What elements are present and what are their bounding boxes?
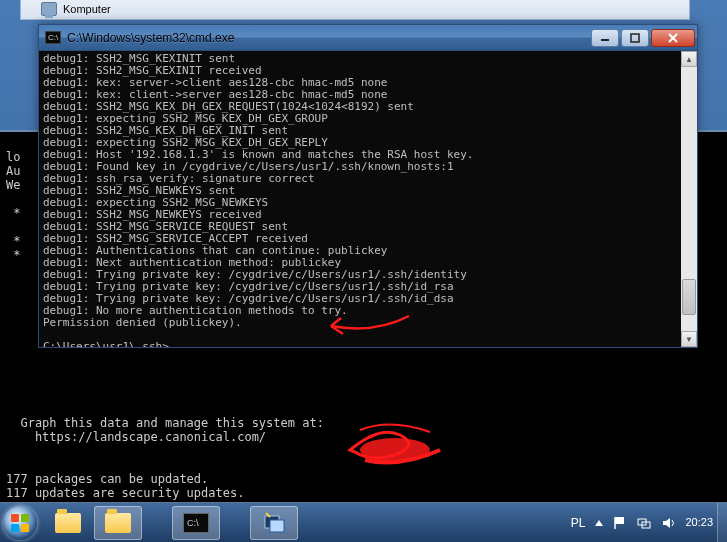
bg-term-partial-7: *: [6, 248, 20, 262]
bg-term-pkg2: 117 updates are security updates.: [6, 486, 244, 500]
cmd-body[interactable]: debug1: SSH2_MSG_KEXINIT sent debug1: SS…: [39, 51, 697, 347]
bg-term-partial-0: lo: [6, 150, 20, 164]
svg-point-0: [360, 438, 430, 462]
bg-term-partial-1: Au: [6, 164, 20, 178]
putty-icon: [262, 511, 286, 535]
cmd-prompt: C:\Users\usr1\.ssh>: [43, 340, 169, 347]
taskbar-item-putty[interactable]: [250, 506, 298, 540]
cmd-icon: C:\: [45, 31, 61, 44]
taskbar-item-explorer-running[interactable]: [94, 506, 142, 540]
network-icon[interactable]: [637, 516, 651, 530]
scroll-up-button[interactable]: ▲: [681, 51, 697, 67]
bg-term-partial-4: *: [6, 206, 20, 220]
clock[interactable]: 20:23: [685, 516, 713, 529]
bg-term-partial-6: *: [6, 234, 20, 248]
background-explorer-window: Komputer: [20, 0, 690, 20]
bg-term-motd2: https://landscape.canonical.com/: [6, 430, 266, 444]
action-center-flag-icon[interactable]: [613, 516, 627, 530]
scroll-down-button[interactable]: ▼: [681, 331, 697, 347]
tray-expand-icon[interactable]: [595, 520, 603, 526]
svg-rect-2: [631, 34, 639, 42]
show-desktop-button[interactable]: [717, 503, 727, 543]
taskbar-item-explorer[interactable]: [44, 506, 92, 540]
volume-icon[interactable]: [661, 516, 675, 530]
svg-rect-4: [270, 520, 284, 532]
scroll-thumb[interactable]: [682, 279, 696, 315]
svg-rect-5: [615, 517, 624, 524]
language-indicator[interactable]: PL: [571, 516, 586, 530]
cmd-scrollbar[interactable]: ▲ ▼: [681, 51, 697, 347]
taskbar-item-cmd[interactable]: C:\: [172, 506, 220, 540]
minimize-button[interactable]: [591, 29, 619, 47]
computer-icon: [41, 2, 57, 16]
folder-icon: [105, 513, 131, 533]
system-tray[interactable]: PL 20:23: [571, 516, 717, 530]
explorer-item-label: Komputer: [63, 3, 111, 15]
folder-icon: [55, 513, 81, 533]
start-button[interactable]: [0, 503, 40, 543]
cmd-title: C:\Windows\system32\cmd.exe: [67, 31, 591, 45]
bg-term-motd1: Graph this data and manage this system a…: [6, 416, 324, 430]
cmd-line: Permission denied (publickey).: [43, 316, 242, 329]
windows-logo-icon: [11, 514, 29, 532]
taskbar[interactable]: C:\ PL 20:23: [0, 502, 727, 542]
cmd-icon: C:\: [183, 513, 209, 533]
cmd-titlebar[interactable]: C:\ C:\Windows\system32\cmd.exe: [39, 25, 697, 51]
cmd-window[interactable]: C:\ C:\Windows\system32\cmd.exe debug1: …: [38, 24, 698, 348]
close-button[interactable]: [651, 29, 695, 47]
scroll-track[interactable]: [681, 67, 697, 331]
bg-term-partial-2: We: [6, 178, 20, 192]
explorer-item-computer[interactable]: Komputer: [41, 2, 111, 16]
annotation-scribble: [340, 420, 460, 470]
maximize-button[interactable]: [621, 29, 649, 47]
clock-time: 20:23: [685, 516, 713, 529]
bg-term-pkg1: 177 packages can be updated.: [6, 472, 208, 486]
